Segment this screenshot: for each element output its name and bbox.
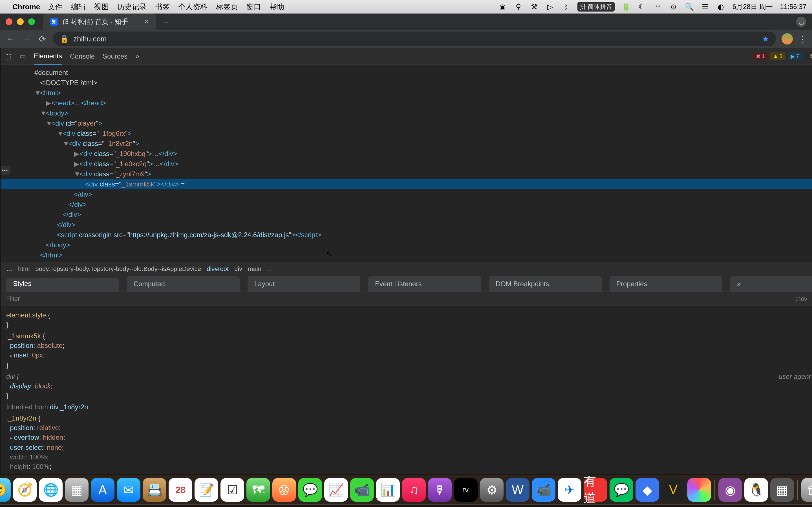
bluetooth-icon[interactable]: ᛒ <box>562 3 570 11</box>
location-icon[interactable]: ⚲ <box>514 3 523 11</box>
dock-appstore[interactable]: A <box>91 478 114 502</box>
dock-reminders[interactable]: ☑ <box>220 478 244 502</box>
close-window-button[interactable] <box>6 18 12 25</box>
bookmark-star-icon[interactable]: ★ <box>762 34 769 44</box>
menu-help[interactable]: 帮助 <box>269 2 284 12</box>
dock-notes[interactable]: 📝 <box>195 478 218 502</box>
dock-qq[interactable]: 🐧 <box>744 478 768 502</box>
dock-mail[interactable]: ✉ <box>117 478 140 502</box>
dock-app-blue[interactable]: ◆ <box>636 478 659 502</box>
tab-styles[interactable]: Styles <box>6 278 119 294</box>
menu-edit[interactable]: 编辑 <box>71 2 86 12</box>
menu-history[interactable]: 历史记录 <box>117 2 147 12</box>
menubar-app-name[interactable]: Chrome <box>12 3 40 11</box>
tab-console[interactable]: Console <box>70 52 95 60</box>
wifi-icon[interactable]: ⌔ <box>654 3 662 11</box>
breadcrumb[interactable]: … html body.Topstory-body.Topstory-body-… <box>1 262 812 276</box>
siri-icon[interactable]: ◐ <box>717 3 725 11</box>
dock-separator <box>714 480 715 500</box>
tab-elements[interactable]: Elements <box>34 52 62 65</box>
tab-dombp[interactable]: DOM Breakpoints <box>489 276 602 292</box>
dock-photos[interactable]: 🏵 <box>272 478 296 502</box>
window-controls <box>6 18 35 25</box>
dom-tree[interactable]: #document <!DOCTYPE html> ▼<html> ▶<head… <box>1 65 812 262</box>
dock-safari[interactable]: 🧭 <box>13 478 37 502</box>
dock-chrome[interactable]: 🌐 <box>39 478 63 502</box>
dock-stocks[interactable]: 📈 <box>324 478 348 502</box>
dock-app-dark[interactable]: V <box>661 478 685 502</box>
dock-music[interactable]: ♫ <box>402 478 426 502</box>
tab-layout[interactable]: Layout <box>248 276 360 292</box>
browser-tab[interactable]: 知 (3 封私信) 首页 - 知乎 ✕ <box>43 13 156 30</box>
dock-calendar[interactable]: 28 <box>168 478 192 502</box>
dock-feishu[interactable]: ✈ <box>558 478 581 502</box>
styles-pane[interactable]: element.style {} <style>._1smmk5k { posi… <box>1 306 812 474</box>
device-icon[interactable]: ▭ <box>19 52 26 60</box>
more-tabs[interactable]: » <box>135 52 139 60</box>
dock-trash[interactable]: 🗑 <box>801 478 812 502</box>
browser-menu-button[interactable]: ⋮ <box>799 34 806 44</box>
zoom-window-button[interactable] <box>28 18 35 25</box>
menu-view[interactable]: 视图 <box>94 2 109 12</box>
error-count[interactable]: ✖ 1 <box>753 52 768 60</box>
forward-button[interactable]: → <box>21 34 32 44</box>
hov-toggle[interactable]: :hov <box>796 295 808 302</box>
dock: 🙂 🧭 🌐 ▦ A ✉ 📇 28 📝 ☑ 🗺 🏵 💬 📈 📹 📊 ♫ 🎙 tv … <box>0 474 812 507</box>
menubar-time[interactable]: 11:56:37 <box>780 3 806 11</box>
dock-maps[interactable]: 🗺 <box>246 478 270 502</box>
dnd-icon[interactable]: ☾ <box>638 3 646 11</box>
battery-icon[interactable]: 🔋 <box>622 3 630 11</box>
info-count[interactable]: ▶ 7 <box>788 52 802 60</box>
tab-sources[interactable]: Sources <box>103 52 128 60</box>
dock-word[interactable]: W <box>506 478 529 502</box>
dock-podcasts[interactable]: 🎙 <box>428 478 452 502</box>
dock-calculator[interactable]: ▦ <box>770 478 794 502</box>
menu-bookmarks[interactable]: 书签 <box>155 2 170 12</box>
dock-launchpad[interactable]: ▦ <box>65 478 89 502</box>
url-input[interactable]: 🔒 zhihu.com ★ <box>53 32 776 46</box>
spotlight-icon[interactable]: 🔍 <box>685 3 694 11</box>
dock-app-rainbow[interactable] <box>688 478 711 502</box>
menu-window[interactable]: 窗口 <box>246 2 261 12</box>
input-method[interactable]: 拼 简体拼音 <box>577 2 615 11</box>
dock-facetime[interactable]: 📹 <box>350 478 374 502</box>
dock-numbers[interactable]: 📊 <box>376 478 400 502</box>
control-center-icon[interactable]: ☰ <box>701 3 709 11</box>
clock-icon[interactable]: ⊙ <box>669 3 678 11</box>
minimize-window-button[interactable] <box>17 18 24 25</box>
reload-button[interactable]: ⟳ <box>37 34 47 44</box>
dock-settings[interactable]: ⚙ <box>480 478 504 502</box>
dock-youdao[interactable]: 有道 <box>583 478 607 502</box>
tool-icon[interactable]: ⚒ <box>530 3 539 11</box>
dock-wechat[interactable]: 💬 <box>610 478 633 502</box>
menubar-date[interactable]: 6月28日 周一 <box>732 2 773 11</box>
more-style-tabs[interactable]: » <box>730 276 812 292</box>
back-button[interactable]: ← <box>6 34 16 44</box>
dock-tv[interactable]: tv <box>454 478 477 502</box>
record-icon[interactable]: ◉ <box>499 3 507 11</box>
menu-profiles[interactable]: 个人资料 <box>178 2 207 12</box>
dock-messages[interactable]: 💬 <box>298 478 322 502</box>
playback-icon[interactable]: ▷ <box>546 3 554 11</box>
dock-zoom[interactable]: 📹 <box>532 478 555 502</box>
dom-tooltip: ••• <box>1 166 10 175</box>
incognito-icon[interactable]: ◡ <box>796 17 806 27</box>
dock-contacts[interactable]: 📇 <box>143 478 166 502</box>
tab-events[interactable]: Event Listeners <box>368 276 481 292</box>
tab-computed[interactable]: Computed <box>127 276 240 292</box>
profile-avatar[interactable] <box>781 33 793 45</box>
menu-tabs[interactable]: 标签页 <box>216 2 238 12</box>
close-tab-button[interactable]: ✕ <box>144 18 149 25</box>
menu-file[interactable]: 文件 <box>48 2 63 12</box>
new-tab-button[interactable]: ＋ <box>162 16 170 27</box>
filter-input[interactable]: Filter <box>6 295 20 302</box>
dock-finder[interactable]: 🙂 <box>0 478 11 502</box>
settings-icon[interactable]: ⚙ <box>810 52 812 60</box>
tab-props[interactable]: Properties <box>610 276 722 292</box>
dock-app-purple[interactable]: ◉ <box>718 478 742 502</box>
tab-title: (3 封私信) 首页 - 知乎 <box>63 17 128 26</box>
inspect-icon[interactable]: ⬚ <box>5 52 11 60</box>
selected-dom-node[interactable]: <div class="_1smmk5k"></div> = <box>1 179 812 189</box>
mac-menubar: Chrome 文件 编辑 视图 历史记录 书签 个人资料 标签页 窗口 帮助 ◉… <box>0 0 812 13</box>
warn-count[interactable]: ▲ 1 <box>770 52 785 60</box>
